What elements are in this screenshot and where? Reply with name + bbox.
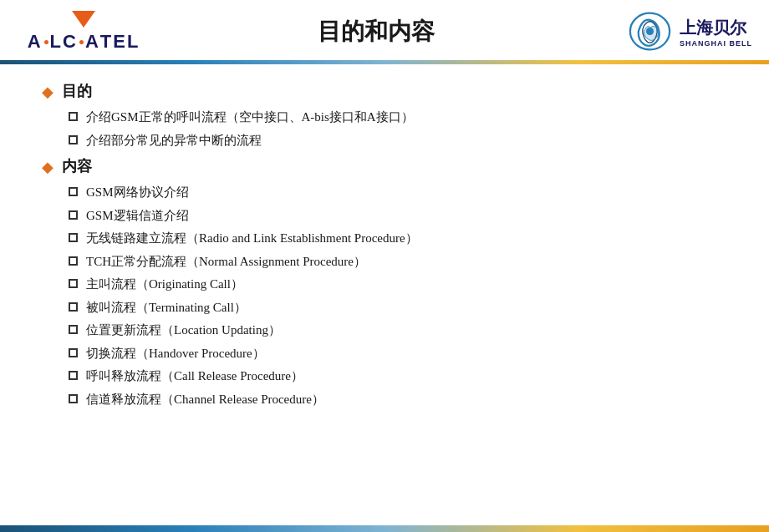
list-item: TCH正常分配流程（Normal Assignment Procedure） <box>69 252 727 271</box>
section-purpose: ◆ 目的 介绍GSM正常的呼叫流程（空中接口、A-bis接口和A接口） 介绍部分… <box>42 81 727 149</box>
shanghai-bell-logo: 上海贝尔 SHANGHAI BELL <box>602 11 752 53</box>
purpose-sub-text-1: 介绍GSM正常的呼叫流程（空中接口、A-bis接口和A接口） <box>86 108 414 127</box>
alcatel-letter-a: A <box>28 31 43 53</box>
list-item: 主叫流程（Originating Call） <box>69 275 727 294</box>
bullet-square-icon <box>69 187 78 196</box>
purpose-label: 目的 <box>62 81 92 101</box>
diamond-icon-content: ◆ <box>42 158 53 176</box>
bullet-square-icon <box>69 256 78 266</box>
content-sub-text-6: 被叫流程（Terminating Call） <box>86 298 247 317</box>
list-item: 介绍GSM正常的呼叫流程（空中接口、A-bis接口和A接口） <box>69 108 727 127</box>
content-sub-text-8: 切换流程（Handover Procedure） <box>86 344 265 363</box>
purpose-sub-items: 介绍GSM正常的呼叫流程（空中接口、A-bis接口和A接口） 介绍部分常见的异常… <box>69 108 727 149</box>
list-item: 切换流程（Handover Procedure） <box>69 344 727 363</box>
alcatel-dots-2 <box>79 40 84 44</box>
bullet-square-icon <box>69 210 78 220</box>
page-title: 目的和内容 <box>150 16 602 48</box>
content-sub-text-7: 位置更新流程（Location Updating） <box>86 321 281 340</box>
purpose-sub-text-2: 介绍部分常见的异常中断的流程 <box>86 131 262 150</box>
list-item: 无线链路建立流程（Radio and Link Establishment Pr… <box>69 229 727 248</box>
top-level-purpose: ◆ 目的 <box>42 81 727 101</box>
content-label: 内容 <box>62 156 92 176</box>
top-level-content: ◆ 内容 <box>42 156 727 176</box>
content-sub-text-2: GSM逻辑信道介绍 <box>86 206 189 225</box>
alcatel-wordmark: A L C A T E L <box>28 31 140 53</box>
header: A L C A T E L 目的和内容 上海贝尔 SHA <box>0 0 769 60</box>
bullet-square-icon <box>69 233 78 242</box>
alcatel-dot-2 <box>79 40 84 44</box>
content-sub-items: GSM网络协议介绍 GSM逻辑信道介绍 无线链路建立流程（Radio and L… <box>69 183 727 408</box>
alcatel-dot <box>44 40 48 44</box>
alcatel-triangle-icon <box>72 11 95 28</box>
alcatel-dots <box>44 40 48 44</box>
alcatel-letter-t: T <box>100 31 113 53</box>
shanghai-english-text: SHANGHAI BELL <box>680 39 752 48</box>
bullet-square-icon <box>69 348 78 357</box>
list-item: 呼叫释放流程（Call Release Procedure） <box>69 367 727 386</box>
content-sub-text-10: 信道释放流程（Channel Release Procedure） <box>86 390 324 409</box>
bullet-square-icon <box>69 135 78 144</box>
alcatel-letter-l: L <box>50 31 63 53</box>
footer-gradient-bar <box>0 525 769 532</box>
diamond-icon-purpose: ◆ <box>42 83 53 101</box>
list-item: 介绍部分常见的异常中断的流程 <box>69 131 727 150</box>
list-item: GSM网络协议介绍 <box>69 183 727 202</box>
content-area: ◆ 目的 介绍GSM正常的呼叫流程（空中接口、A-bis接口和A接口） 介绍部分… <box>0 64 769 423</box>
bullet-square-icon <box>69 325 78 334</box>
alcatel-logo: A L C A T E L <box>17 11 150 53</box>
list-item: GSM逻辑信道介绍 <box>69 206 727 225</box>
bullet-square-icon <box>69 279 78 288</box>
bullet-square-icon <box>69 112 78 121</box>
bullet-square-icon <box>69 371 78 380</box>
bullet-square-icon <box>69 302 78 312</box>
content-sub-text-4: TCH正常分配流程（Normal Assignment Procedure） <box>86 252 366 271</box>
content-sub-text-5: 主叫流程（Originating Call） <box>86 275 243 294</box>
alcatel-letter-l2: L <box>127 31 140 53</box>
shanghai-bell-icon <box>627 11 673 53</box>
list-item: 信道释放流程（Channel Release Procedure） <box>69 390 727 409</box>
shanghai-chinese-text: 上海贝尔 <box>680 17 746 39</box>
shanghai-bell-text: 上海贝尔 SHANGHAI BELL <box>680 17 752 48</box>
alcatel-letter-c: C <box>63 31 78 53</box>
alcatel-letter-e: E <box>113 31 127 53</box>
list-item: 位置更新流程（Location Updating） <box>69 321 727 340</box>
alcatel-letter-a2: A <box>85 31 100 53</box>
list-item: 被叫流程（Terminating Call） <box>69 298 727 317</box>
content-sub-text-1: GSM网络协议介绍 <box>86 183 189 202</box>
content-sub-text-3: 无线链路建立流程（Radio and Link Establishment Pr… <box>86 229 418 248</box>
bullet-square-icon <box>69 394 78 403</box>
content-sub-text-9: 呼叫释放流程（Call Release Procedure） <box>86 367 303 386</box>
section-content: ◆ 内容 GSM网络协议介绍 GSM逻辑信道介绍 无线链路建立流程（Radio … <box>42 156 727 408</box>
